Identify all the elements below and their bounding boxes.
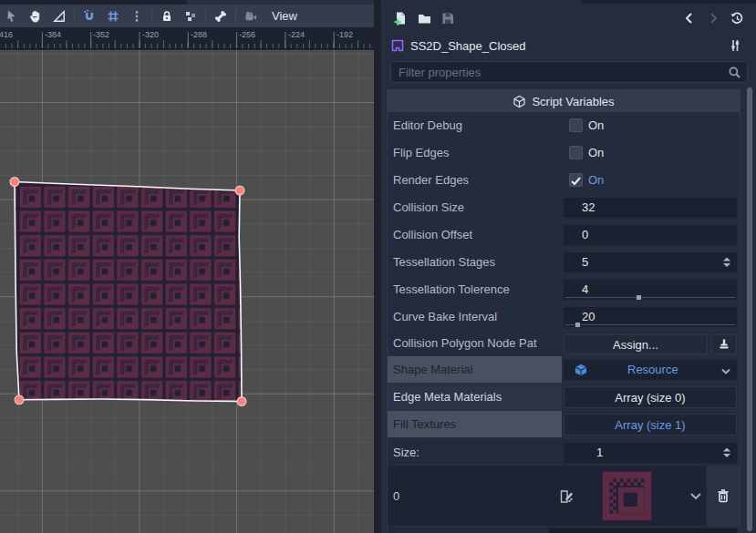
property-label: Shape Material (393, 356, 472, 383)
resource-toolbar (381, 4, 756, 33)
property-row-collision-polygon-node-path: Collision Polygon Node Pat Assign... (388, 331, 740, 356)
property-label: Collision Offset (393, 221, 472, 248)
inspector-panel: SS2D_Shape_Closed Script Variables Edito… (381, 0, 756, 533)
array-size-field[interactable]: 1 (564, 443, 737, 463)
2d-viewport: View -416 -384 -352 -320 -288 -256 -224 … (0, 0, 374, 533)
history-back-icon[interactable] (678, 7, 701, 29)
camera-icon[interactable] (239, 6, 263, 26)
chevron-down-icon (720, 367, 731, 376)
check-icon (570, 175, 582, 187)
property-label: Fill Textures (393, 411, 456, 437)
property-row-flip-edges: Flip Edges On (388, 139, 740, 167)
filter-properties-input[interactable] (397, 65, 728, 80)
grid-snap-icon[interactable] (101, 6, 125, 26)
bone-icon[interactable] (209, 6, 233, 26)
resource-dropdown[interactable]: Resource (564, 360, 737, 380)
checkbox-label: On (588, 173, 604, 187)
pan-icon[interactable] (24, 6, 47, 26)
canvas-toolbar: View (0, 5, 374, 27)
property-label: Edge Meta Materials (393, 384, 502, 410)
partial-next-row (388, 527, 740, 533)
ruler-label: -288 (191, 30, 207, 39)
spin-updown-icon[interactable] (722, 257, 731, 268)
snap-magnet-icon[interactable] (78, 6, 101, 26)
slider-track (565, 324, 735, 325)
property-row-shape-material: Shape Material Resource (388, 356, 740, 384)
script-variables-icon (513, 95, 526, 108)
kebab-menu-icon[interactable] (125, 6, 149, 26)
clear-nodepath-button[interactable] (711, 334, 737, 354)
scrollbar-thumb[interactable] (747, 87, 752, 531)
array-size-row: Size: 1 (388, 440, 740, 466)
property-row-curve-bake-interval: Curve Bake Interval 20 (388, 303, 740, 331)
property-label: Editor Debug (393, 112, 462, 138)
fill-texture-preview[interactable] (599, 468, 655, 524)
array-size-label: Size: (393, 440, 419, 465)
property-row-tessellation-stages: Tessellation Stages 5 (388, 249, 740, 276)
assign-nodepath-button[interactable]: Assign... (564, 334, 708, 354)
property-label: Flip Edges (393, 139, 449, 166)
number-field[interactable]: 5 (564, 252, 737, 272)
ruler-label: -352 (93, 30, 109, 39)
property-row-editor-debug: Editor Debug On (388, 112, 740, 139)
dock-splitter[interactable] (374, 0, 381, 533)
ruler-label: -384 (45, 30, 61, 39)
stamp-clear-icon (718, 338, 730, 351)
property-label: Tessellation Stages (393, 249, 495, 275)
property-label: Render Edges (393, 167, 469, 193)
array-item-row: 0 (388, 466, 740, 527)
closed-shape-polygon (15, 182, 242, 402)
fill-textures-array-button[interactable]: Array (size 1) (564, 414, 737, 436)
save-resource-icon[interactable] (436, 7, 460, 29)
slider-track (565, 297, 735, 298)
history-forward-icon[interactable] (701, 7, 725, 29)
edited-object-name: SS2D_Shape_Closed (410, 39, 723, 53)
select-tool-icon[interactable] (0, 6, 24, 26)
array-item-index: 0 (393, 466, 399, 526)
lock-icon[interactable] (155, 6, 179, 26)
edited-object-row: SS2D_Shape_Closed (381, 33, 756, 58)
number-field[interactable]: 0 (564, 225, 737, 245)
trash-icon (716, 488, 730, 504)
delete-item-cell[interactable] (707, 466, 740, 527)
slider-field[interactable]: 20 (564, 307, 737, 327)
slider-grabber[interactable] (575, 323, 580, 327)
property-label: Collision Size (393, 194, 464, 220)
group-icon[interactable] (179, 6, 202, 26)
load-resource-icon[interactable] (412, 7, 436, 29)
property-row-edge-meta-materials: Edge Meta Materials Array (size 0) (388, 384, 740, 411)
cube-resource-icon (575, 364, 587, 376)
property-label: Collision Polygon Node Pat (393, 331, 537, 355)
property-row-tessellation-tolerence: Tessellation Tolerence 4 (388, 276, 740, 303)
slider-field[interactable]: 4 (564, 280, 737, 300)
spin-updown-icon[interactable] (722, 447, 731, 458)
checkbox-checked[interactable] (569, 173, 583, 187)
edge-meta-array-button[interactable]: Array (size 0) (564, 386, 737, 408)
canvas[interactable] (0, 50, 374, 533)
slider-grabber[interactable] (637, 295, 641, 300)
chevron-down-icon[interactable] (689, 491, 702, 501)
ruler-label: -256 (239, 30, 255, 39)
property-row-fill-textures: Fill Textures Array (size 1) (388, 411, 740, 438)
godot-editor-window: View -416 -384 -352 -320 -288 -256 -224 … (0, 0, 756, 533)
ruler-label: -320 (142, 30, 159, 39)
checkbox-label: On (588, 146, 604, 159)
new-resource-icon[interactable] (388, 7, 412, 29)
script-variables-header[interactable]: Script Variables (388, 90, 740, 112)
property-label: Tessellation Tolerence (393, 276, 510, 302)
inspector-scrollbar[interactable] (747, 87, 752, 531)
object-properties-icon[interactable] (723, 35, 747, 56)
ruler-label: -416 (0, 30, 13, 39)
checkbox-label: On (588, 118, 604, 132)
checkbox-unchecked[interactable] (569, 146, 583, 159)
number-field[interactable]: 32 (564, 198, 737, 218)
filter-properties-box[interactable] (390, 61, 748, 83)
view-menu[interactable]: View (263, 6, 306, 26)
checkbox-unchecked[interactable] (569, 118, 583, 132)
property-row-collision-size: Collision Size 32 (388, 194, 740, 221)
property-row-collision-offset: Collision Offset 0 (388, 221, 740, 249)
edit-resource-icon[interactable] (559, 489, 574, 504)
ruler-icon[interactable] (47, 6, 71, 26)
ruler-label: -192 (337, 30, 353, 39)
history-icon[interactable] (725, 7, 749, 29)
